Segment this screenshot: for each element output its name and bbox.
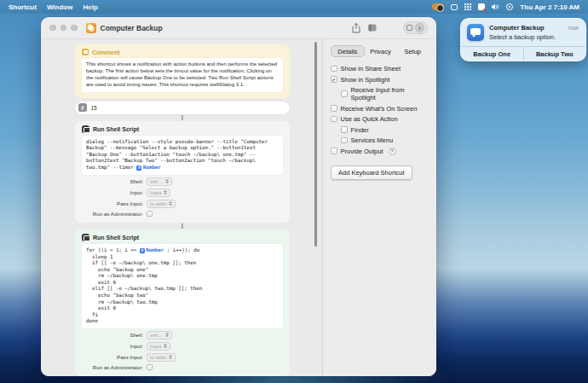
connector-tick <box>182 115 183 120</box>
display-toggle-icon[interactable] <box>432 3 444 10</box>
pass-input-select[interactable]: to stdin <box>147 200 176 208</box>
receive-whats-on-screen-checkbox[interactable] <box>331 105 337 112</box>
services-menu-checkbox[interactable] <box>341 137 348 144</box>
info-panel-icon[interactable]: i <box>415 23 424 32</box>
run-shell-script-action-1[interactable]: Run Shell Script dialog --notification -… <box>75 121 290 223</box>
add-keyboard-shortcut-button[interactable]: Add Keyboard Shortcut <box>331 165 412 180</box>
option-use-as-quick-action: Use as Quick Action <box>331 115 429 123</box>
pass-input-select[interactable]: to stdin <box>147 353 176 362</box>
pass-input-select-value: to stdin <box>150 201 166 206</box>
notification-actions: Backup One Backup Two <box>461 46 585 61</box>
connector-tick <box>182 223 183 229</box>
sidebar-toggle-icon[interactable] <box>368 24 377 32</box>
option-receive-input-from-spotlight: Receive Input from Spotlight <box>331 86 429 102</box>
number-token-icon: # <box>140 248 145 253</box>
menu-shortcut[interactable]: Shortcut <box>9 3 37 11</box>
popup-arrows-icon <box>164 344 167 348</box>
shell-2-admin-row: Run as Administrator: <box>82 364 283 370</box>
shell-2-title: Run Shell Script <box>93 235 139 241</box>
run-shell-script-action-2[interactable]: Run Shell Script for ((i = 1; i <= #Numb… <box>75 229 290 376</box>
traffic-lights <box>49 25 78 32</box>
input-source-icon[interactable] <box>478 3 485 10</box>
option-services-menu: Services Menu <box>331 136 429 144</box>
comment-action-1-header: Comment <box>82 49 283 55</box>
shell-2-shell-row: Shell: zsh… <box>82 331 283 339</box>
pass-input-label: Pass Input: <box>82 200 143 206</box>
menu-bar-clock[interactable]: Thu Apr 2 7:10 AM <box>520 3 579 11</box>
backup-one-button[interactable]: Backup One <box>461 47 523 61</box>
window-content: Comment This shortcut shows a notificati… <box>41 39 436 376</box>
zoom-window-button[interactable] <box>71 25 78 32</box>
shell-label: Shell: <box>82 332 143 338</box>
input-select[interactable]: Input <box>147 342 170 351</box>
number-token-label: Number <box>146 247 164 254</box>
number-action[interactable]: # 15 <box>75 102 290 114</box>
option-provide-output: Provide Output ? <box>331 148 429 155</box>
shell-select[interactable]: zsh… <box>147 177 172 186</box>
services-menu-label: Services Menu <box>351 136 394 144</box>
tab-details[interactable]: Details <box>331 45 365 57</box>
shell-2-code: for ((i = 1; i <= #Number ; i++)); do sl… <box>86 247 279 325</box>
stage-manager-icon[interactable] <box>451 4 458 10</box>
input-label: Input: <box>82 189 143 195</box>
minimize-window-button[interactable] <box>61 25 67 32</box>
show-in-spotlight-checkbox[interactable]: ✓ <box>331 76 337 83</box>
comment-action-1[interactable]: Comment This shortcut shows a notificati… <box>75 44 290 98</box>
run-as-admin-label: Run as Administrator: <box>82 211 143 217</box>
volume-icon[interactable] <box>492 3 499 10</box>
shell-1-code-box[interactable]: dialog --notification --style pseudo-ban… <box>82 136 283 175</box>
help-icon[interactable]: ? <box>389 148 396 155</box>
run-as-admin-checkbox[interactable] <box>147 211 153 217</box>
comment-action-1-title: Comment <box>92 49 119 55</box>
run-as-admin-label: Run as Administrator: <box>82 364 143 370</box>
grid-icon[interactable] <box>464 3 471 10</box>
number-token-icon: # <box>136 165 141 171</box>
use-as-quick-action-checkbox[interactable] <box>331 116 337 123</box>
shell-1-admin-row: Run as Administrator: <box>82 211 283 217</box>
number-value[interactable]: 15 <box>91 105 97 111</box>
notification-title: Computer Backup <box>489 24 568 32</box>
menu-bar-status-area: Thu Apr 2 7:10 AM <box>432 3 579 11</box>
number-token-label: Number <box>143 165 161 171</box>
title-bar[interactable]: Computer Backup i <box>41 17 436 39</box>
shell-2-pass-input-row: Pass Input: to stdin <box>82 353 283 362</box>
run-as-admin-checkbox[interactable] <box>147 364 153 370</box>
finder-checkbox[interactable] <box>341 126 348 133</box>
editor-scrollbar[interactable] <box>314 42 317 247</box>
option-finder: Finder <box>331 126 429 134</box>
control-center-icon[interactable] <box>506 3 513 10</box>
inspector-tabs: Details Privacy Setup <box>331 45 429 57</box>
inspector-panel: Details Privacy Setup Show in Share Shee… <box>323 39 436 376</box>
shell-script-icon <box>82 234 89 241</box>
notification-banner[interactable]: Computer Backup now Select a backup opti… <box>460 18 586 61</box>
show-in-spotlight-label: Show in Spotlight <box>341 76 390 84</box>
input-select[interactable]: Input <box>147 189 170 197</box>
notification-texts: Computer Backup now Select a backup opti… <box>489 24 579 41</box>
receive-whats-on-screen-label: Receive What's On Screen <box>341 105 418 113</box>
tab-setup[interactable]: Setup <box>396 45 429 57</box>
shell-2-code-box[interactable]: for ((i = 1; i <= #Number ; i++)); do sl… <box>82 244 283 328</box>
number-variable-token[interactable]: #Number <box>136 165 160 171</box>
gallery-panel-icon[interactable] <box>406 25 412 31</box>
show-in-share-sheet-checkbox[interactable] <box>331 66 337 73</box>
comment-action-1-text: This shortcut shows a notification with … <box>86 61 279 89</box>
popup-arrows-icon <box>165 333 169 337</box>
menu-help[interactable]: Help <box>83 3 97 11</box>
share-icon[interactable] <box>352 23 360 33</box>
shortcuts-editor-window: Computer Backup i Comment <box>41 17 436 376</box>
tab-privacy[interactable]: Privacy <box>365 45 397 57</box>
menu-window[interactable]: Window <box>47 3 73 11</box>
receive-input-from-spotlight-checkbox[interactable] <box>341 90 348 97</box>
comment-action-1-textbox[interactable]: This shortcut shows a notification with … <box>82 58 283 92</box>
backup-two-button[interactable]: Backup Two <box>523 47 586 61</box>
receive-input-from-spotlight-label: Receive Input from Spotlight <box>351 86 429 102</box>
shortcut-editor-canvas[interactable]: Comment This shortcut shows a notificati… <box>41 39 322 376</box>
shell-select-value: zsh… <box>150 333 163 338</box>
shell-1-pass-input-row: Pass Input: to stdin <box>82 200 283 208</box>
popup-arrows-icon <box>169 355 172 359</box>
shell-select[interactable]: zsh… <box>147 331 172 339</box>
provide-output-checkbox[interactable] <box>331 148 337 154</box>
number-variable-token[interactable]: #Number <box>140 247 164 254</box>
close-window-button[interactable] <box>49 25 56 32</box>
provide-output-label: Provide Output <box>341 148 383 155</box>
